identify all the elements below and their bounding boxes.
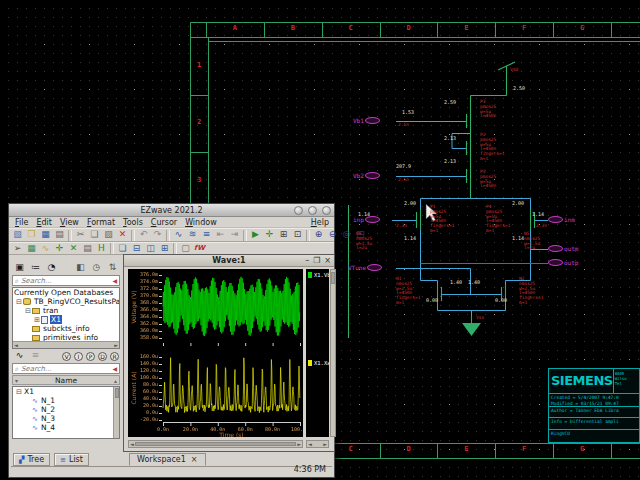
menu-edit[interactable]: Edit: [32, 218, 56, 227]
clear-search-icon[interactable]: ◀: [112, 277, 117, 284]
port-vb1[interactable]: Vb1: [353, 117, 380, 124]
cut-icon[interactable]: ✂: [74, 229, 87, 241]
expander-icon[interactable]: ⊟: [15, 298, 23, 306]
database-search-input[interactable]: [21, 277, 110, 285]
expander-icon[interactable]: ⊟: [15, 388, 23, 396]
group-list-icon[interactable]: ≡: [29, 350, 42, 362]
filter-r-icon[interactable]: R: [110, 352, 119, 361]
port-inp[interactable]: inp: [353, 216, 380, 223]
cursor-add-icon[interactable]: ✛: [53, 243, 66, 255]
menu-cursor[interactable]: Cursor: [147, 218, 181, 227]
menu-format[interactable]: Format: [83, 218, 119, 227]
delete-icon[interactable]: ✕: [116, 229, 129, 241]
wave-vscrollbar[interactable]: [330, 269, 336, 437]
list-tab[interactable]: ≡ List: [54, 453, 89, 466]
chart-icon[interactable]: ∿: [39, 243, 52, 255]
waveform-list-icon[interactable]: ∿: [13, 350, 26, 362]
tile-horizontal-icon[interactable]: ⊟: [130, 243, 143, 255]
port-vtune[interactable]: VTune: [348, 264, 382, 271]
zoom-out-icon[interactable]: ⊖: [326, 229, 339, 241]
zoom-box-icon[interactable]: ▢: [179, 243, 192, 255]
signal-search-input[interactable]: [21, 365, 110, 373]
pan-icon[interactable]: ✛: [263, 229, 276, 241]
database-tree-hscrollbar[interactable]: ◄►: [13, 341, 119, 348]
wave-hscrollbar[interactable]: ◄►: [128, 440, 303, 448]
wave-restore-button[interactable]: ❐: [313, 255, 320, 267]
menu-view[interactable]: View: [56, 218, 83, 227]
legend-hscrollbar[interactable]: ◄►: [306, 440, 329, 448]
filter-p-icon[interactable]: P: [86, 352, 95, 361]
rf-wave-icon[interactable]: fW: [193, 243, 206, 255]
minimize-button[interactable]: [294, 206, 303, 215]
cascade-windows-icon[interactable]: ❏: [116, 243, 129, 255]
tree-item-n_4[interactable]: ∿N_4: [13, 423, 119, 432]
next-cursor-icon[interactable]: ⇥: [228, 229, 241, 241]
hierarchy-icon[interactable]: ≔: [29, 262, 42, 274]
tree-item-x1[interactable]: ⊞X1: [13, 315, 119, 324]
wave-titlebar[interactable]: Wave:1 – ❐ ×: [124, 255, 334, 267]
add-chart-icon[interactable]: ∿: [172, 229, 185, 241]
tree-item-subckts_info[interactable]: subckts_info: [13, 324, 119, 333]
compare-icon[interactable]: ◔: [45, 262, 58, 274]
clear-search-icon[interactable]: ◀: [112, 365, 117, 372]
overlay-chart-icon[interactable]: ≋: [186, 229, 199, 241]
report-icon[interactable]: ▤: [81, 243, 94, 255]
image-icon[interactable]: ▦: [25, 243, 38, 255]
port-vb2[interactable]: Vb2: [353, 172, 380, 179]
stack-chart-icon[interactable]: ≡: [200, 229, 213, 241]
wave-close-button[interactable]: ×: [324, 255, 331, 267]
port-inm[interactable]: inm: [548, 216, 575, 223]
paste-icon[interactable]: ▨: [102, 229, 115, 241]
menu-tools[interactable]: Tools: [119, 218, 147, 227]
tree-item-x1[interactable]: ⊟X1: [13, 387, 119, 396]
zoom-in-icon[interactable]: ⊕: [312, 229, 325, 241]
wave-minimize-button[interactable]: –: [305, 255, 309, 267]
select-region-icon[interactable]: ⊡: [291, 229, 304, 241]
tree-item-n_2[interactable]: ∿N_2: [13, 405, 119, 414]
expander-icon[interactable]: ⊟: [24, 307, 32, 315]
print-icon[interactable]: ▤: [53, 229, 66, 241]
expander-icon[interactable]: ⊞: [33, 316, 41, 324]
workspace-close-icon[interactable]: ×: [191, 455, 198, 464]
window-titlebar[interactable]: EZwave 2021.2: [9, 204, 334, 217]
menu-file[interactable]: File: [11, 218, 32, 227]
zoom-window-icon[interactable]: ◳: [354, 229, 367, 241]
redo-icon[interactable]: ↷: [151, 229, 164, 241]
play-icon[interactable]: ▶: [249, 229, 262, 241]
grid-icon[interactable]: ⊞: [277, 229, 290, 241]
select-icon[interactable]: ➢: [11, 243, 24, 255]
sort-icon[interactable]: ⇅: [106, 262, 119, 274]
menu-help[interactable]: Help: [311, 218, 329, 227]
tile-vertical-icon[interactable]: ◫: [144, 243, 157, 255]
port-outm[interactable]: outm: [548, 245, 578, 252]
signal-tree-vscrollbar[interactable]: [113, 387, 119, 438]
tree-item-n_1[interactable]: ∿N_1: [13, 396, 119, 405]
legend-entry-X1.Xa1.P[interactable]: X1.Xa1.P: [308, 360, 329, 366]
tree-item-tran[interactable]: ⊟tran: [13, 306, 119, 315]
previous-cursor-icon[interactable]: ⇤: [214, 229, 227, 241]
tree-item-tb_ringvco_resultspa[interactable]: ⊟TB_RingVCO_ResultsPa: [13, 297, 119, 306]
database-icon[interactable]: ▣: [13, 262, 26, 274]
port-outp[interactable]: outp: [548, 259, 578, 266]
filter-v-icon[interactable]: V: [62, 352, 71, 361]
workspace-tab[interactable]: Workspace1 ×: [129, 453, 206, 466]
tree-tab[interactable]: ▞ Tree: [13, 453, 50, 466]
dock-icon[interactable]: ◧: [74, 262, 87, 274]
name-column-header[interactable]: ▾ Name ▴: [12, 375, 120, 385]
new-window-icon[interactable]: ▧: [11, 229, 24, 241]
undo-icon[interactable]: ↶: [137, 229, 150, 241]
maximize-button[interactable]: [308, 206, 317, 215]
fit-horizontal-icon[interactable]: H: [95, 243, 108, 255]
open-icon[interactable]: ❐: [25, 229, 38, 241]
filter-i-icon[interactable]: I: [74, 352, 83, 361]
tile-grid-icon[interactable]: ⊞: [158, 243, 171, 255]
history-icon[interactable]: ◷: [90, 262, 103, 274]
close-button[interactable]: [322, 206, 331, 215]
waveform-plot-canvas[interactable]: [128, 269, 303, 437]
zoom-fit-icon[interactable]: ◎: [340, 229, 353, 241]
legend-entry-X1.Vb2[interactable]: X1.Vb2: [308, 272, 329, 278]
copy-icon[interactable]: ❏: [88, 229, 101, 241]
tree-item-n_3[interactable]: ∿N_3: [13, 414, 119, 423]
delete-signal-icon[interactable]: ✕: [67, 243, 80, 255]
save-icon[interactable]: ▦: [39, 229, 52, 241]
